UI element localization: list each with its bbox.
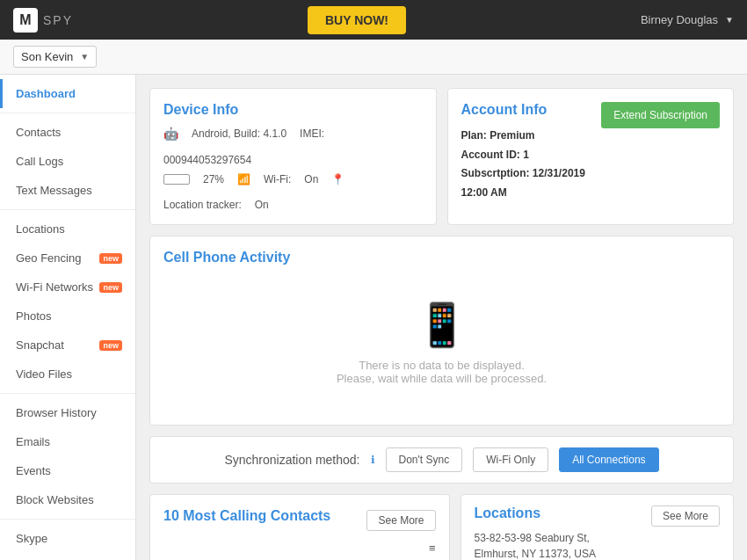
- imei-label: IMEI:: [300, 127, 324, 140]
- sidebar-item-wifi-networks[interactable]: Wi-Fi Networks new: [0, 273, 135, 302]
- main-layout: Dashboard Contacts Call Logs Text Messag…: [0, 75, 747, 560]
- sidebar-item-contacts[interactable]: Contacts: [0, 118, 135, 147]
- chevron-down-icon: ▼: [80, 52, 89, 62]
- sidebar-item-call-logs[interactable]: Call Logs: [0, 147, 135, 176]
- account-info-details: Plan: Premium Account ID: 1 Subscrtption…: [461, 127, 602, 202]
- buy-now-button[interactable]: BUY NOW!: [308, 6, 406, 34]
- new-badge: new: [99, 253, 122, 264]
- account-info-title-text: Account Info: [461, 102, 602, 118]
- phone-icon: 📱: [163, 301, 720, 350]
- location-header: Locations 53-82-53-98 Seabury St, Elmhur…: [461, 495, 734, 560]
- wifi-only-button[interactable]: Wi-Fi Only: [473, 447, 548, 472]
- no-data-line1: There is no data to be displayed.: [163, 359, 720, 372]
- plan-row: Plan: Premium: [461, 127, 602, 146]
- cell-activity-title: Cell Phone Activity: [163, 250, 720, 265]
- logo-icon: M: [13, 8, 38, 33]
- sidebar-divider: [0, 519, 135, 520]
- address-line2: Elmhurst, NY 11373, USA: [475, 546, 597, 560]
- sidebar-item-skype[interactable]: Skype: [0, 524, 135, 553]
- wifi-label: Wi-Fi:: [264, 173, 291, 185]
- account-info-title: Account Info Plan: Premium Account ID: 1: [461, 102, 602, 202]
- sync-label: Synchronization method:: [224, 453, 359, 467]
- new-badge: new: [99, 340, 122, 351]
- locations-title: Locations: [475, 505, 597, 521]
- sidebar-divider: [0, 209, 135, 210]
- new-badge: new: [99, 282, 122, 293]
- calling-contacts-title: 10 Most Calling Contacts: [163, 508, 330, 524]
- sidebar-divider: [0, 113, 135, 113]
- account-info-card: Account Info Plan: Premium Account ID: 1: [447, 88, 735, 225]
- subscription-row: Subscrtption: 12/31/2019 12:00 AM: [461, 164, 602, 202]
- sync-info-icon[interactable]: ℹ: [371, 454, 375, 466]
- locations-see-more-button[interactable]: See More: [651, 505, 720, 527]
- device-info-title: Device Info: [163, 102, 423, 118]
- cell-activity-card: Cell Phone Activity 📱 There is no data t…: [149, 236, 734, 425]
- location-address: 53-82-53-98 Seabury St, Elmhurst, NY 113…: [475, 530, 597, 560]
- all-connections-button[interactable]: All Connections: [559, 447, 658, 472]
- sidebar-item-snapchat[interactable]: Snapchat new: [0, 331, 135, 360]
- sidebar-item-events[interactable]: Events: [0, 456, 135, 485]
- info-row: Device Info 🤖 Android, Build: 4.1.0 IMEI…: [149, 88, 734, 225]
- os-info: Android, Build: 4.1.0: [192, 127, 286, 140]
- sync-card: Synchronization method: ℹ Don't Sync Wi-…: [149, 436, 734, 484]
- location-info: Locations 53-82-53-98 Seabury St, Elmhur…: [475, 505, 597, 560]
- locations-card: Locations 53-82-53-98 Seabury St, Elmhur…: [461, 494, 735, 560]
- no-data-line2: Please, wait while data will be processe…: [163, 372, 720, 385]
- sidebar-item-photos[interactable]: Photos: [0, 302, 135, 331]
- location-status: On: [255, 199, 269, 211]
- calling-see-more-button[interactable]: See More: [366, 510, 435, 531]
- sidebar-item-whatsapp[interactable]: WhatsApp: [0, 553, 135, 560]
- logo: M SPY: [13, 8, 73, 33]
- android-icon: 🤖: [163, 127, 178, 141]
- account-id-row: Account ID: 1: [461, 146, 602, 165]
- sidebar-item-geo-fencing[interactable]: Geo Fencing new: [0, 244, 135, 273]
- device-selector[interactable]: Son Kevin ▼: [13, 46, 97, 68]
- user-menu[interactable]: Birney Douglas ▼: [641, 13, 734, 26]
- logo-spy: SPY: [43, 13, 73, 27]
- device-name: Son Kevin: [21, 50, 73, 63]
- user-name: Birney Douglas: [641, 13, 718, 26]
- sidebar-item-block-websites[interactable]: Block Websites: [0, 485, 135, 514]
- header: M SPY BUY NOW! Birney Douglas ▼: [0, 0, 747, 40]
- wifi-icon: 📶: [237, 173, 250, 185]
- location-icon: 📍: [331, 173, 344, 185]
- device-info-card: Device Info 🤖 Android, Build: 4.1.0 IMEI…: [149, 88, 437, 225]
- dont-sync-button[interactable]: Don't Sync: [386, 447, 463, 472]
- sub-header: Son Kevin ▼: [0, 40, 747, 75]
- sidebar-item-emails[interactable]: Emails: [0, 427, 135, 456]
- sidebar-item-locations[interactable]: Locations: [0, 215, 135, 244]
- calling-card-header: 10 Most Calling Contacts See More: [163, 508, 436, 533]
- sidebar-divider: [0, 393, 135, 394]
- sidebar-item-video-files[interactable]: Video Files: [0, 360, 135, 389]
- device-status-row: 27% 📶 Wi-Fi: On 📍 Location tracker: On: [163, 173, 423, 211]
- extend-subscription-button[interactable]: Extend Subscription: [601, 102, 720, 128]
- battery-percent: 27%: [203, 173, 224, 185]
- no-data-section: 📱 There is no data to be displayed. Plea…: [163, 274, 720, 411]
- sidebar: Dashboard Contacts Call Logs Text Messag…: [0, 75, 136, 560]
- sidebar-item-browser-history[interactable]: Browser History: [0, 398, 135, 427]
- device-info-details: 🤖 Android, Build: 4.1.0 IMEI: 0009440532…: [163, 127, 423, 166]
- address-line1: 53-82-53-98 Seabury St,: [475, 530, 597, 546]
- main-content: Device Info 🤖 Android, Build: 4.1.0 IMEI…: [136, 75, 747, 560]
- wifi-status: On: [304, 173, 318, 185]
- sidebar-item-dashboard[interactable]: Dashboard: [0, 79, 135, 108]
- sidebar-item-text-messages[interactable]: Text Messages: [0, 176, 135, 205]
- bottom-row: 10 Most Calling Contacts See More ≡ 1770…: [149, 494, 734, 560]
- chevron-down-icon: ▼: [725, 15, 734, 25]
- imei-value: 000944053297654: [163, 154, 251, 166]
- location-label: Location tracker:: [163, 199, 242, 211]
- calling-contacts-card: 10 Most Calling Contacts See More ≡ 1770…: [149, 494, 450, 560]
- battery-icon: [163, 174, 190, 185]
- account-header-row: Account Info Plan: Premium Account ID: 1: [461, 102, 721, 202]
- chart-menu-icon[interactable]: ≡: [163, 542, 436, 555]
